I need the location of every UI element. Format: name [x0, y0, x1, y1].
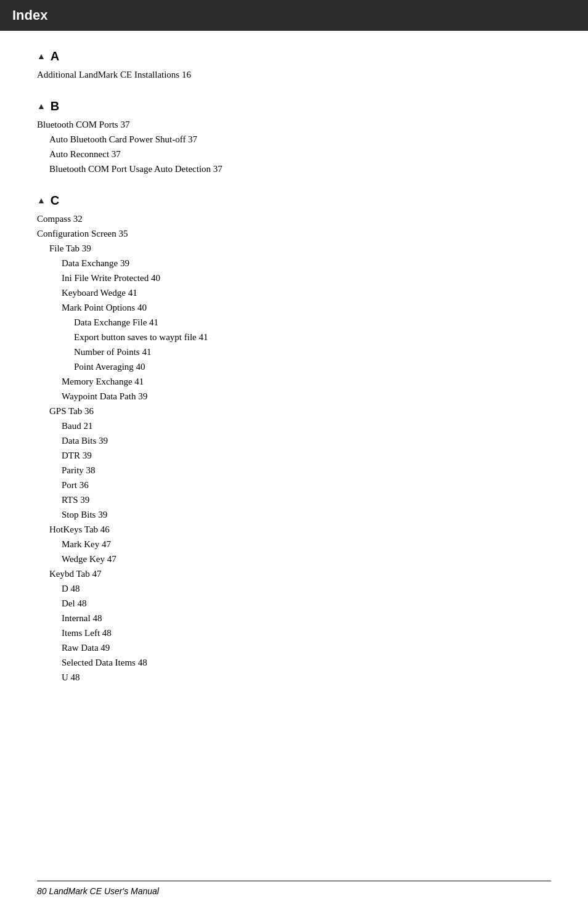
entry-line: Memory Exchange 41 — [37, 374, 551, 389]
entry-line: Bluetooth COM Ports 37 — [37, 117, 551, 132]
section-letter: C — [51, 194, 59, 208]
entry-line: Ini File Write Protected 40 — [37, 271, 551, 285]
entry-line: Data Exchange File 41 — [37, 315, 551, 330]
section-c: ▲CCompass 32Configuration Screen 35File … — [37, 194, 551, 685]
entry-line: D 48 — [37, 581, 551, 596]
triangle-icon: ▲ — [37, 52, 46, 62]
entry-line: Raw Data 49 — [37, 640, 551, 655]
entry-line: Data Exchange 39 — [37, 256, 551, 271]
entry-line: Items Left 48 — [37, 626, 551, 640]
entry-line: GPS Tab 36 — [37, 404, 551, 418]
entry-list: Additional LandMark CE Installations 16 — [37, 67, 551, 82]
section-heading-c: ▲C — [37, 194, 551, 208]
entry-line: Number of Points 41 — [37, 344, 551, 359]
entry-line: RTS 39 — [37, 492, 551, 507]
entry-line: HotKeys Tab 46 — [37, 522, 551, 537]
entry-line: Auto Bluetooth Card Power Shut-off 37 — [37, 132, 551, 147]
entry-line: Bluetooth COM Port Usage Auto Detection … — [37, 161, 551, 176]
page: Index ▲AAdditional LandMark CE Installat… — [0, 0, 588, 909]
footer: 80 LandMark CE User's Manual — [37, 881, 551, 897]
section-letter: B — [51, 99, 59, 113]
sections-container: ▲AAdditional LandMark CE Installations 1… — [37, 49, 551, 685]
entry-line: Configuration Screen 35 — [37, 226, 551, 241]
entry-line: Additional LandMark CE Installations 16 — [37, 67, 551, 82]
triangle-icon: ▲ — [37, 196, 46, 206]
entry-line: Mark Point Options 40 — [37, 300, 551, 315]
entry-line: Del 48 — [37, 596, 551, 611]
entry-line: Waypoint Data Path 39 — [37, 389, 551, 404]
section-b: ▲BBluetooth COM Ports 37Auto Bluetooth C… — [37, 99, 551, 176]
section-heading-a: ▲A — [37, 49, 551, 63]
entry-line: Port 36 — [37, 478, 551, 492]
entry-line: Keyboard Wedge 41 — [37, 285, 551, 300]
entry-line: Auto Reconnect 37 — [37, 147, 551, 161]
section-a: ▲AAdditional LandMark CE Installations 1… — [37, 49, 551, 82]
entry-line: Compass 32 — [37, 211, 551, 226]
entry-list: Bluetooth COM Ports 37Auto Bluetooth Car… — [37, 117, 551, 176]
entry-line: Internal 48 — [37, 611, 551, 626]
entry-line: Data Bits 39 — [37, 433, 551, 448]
entry-line: File Tab 39 — [37, 241, 551, 256]
entry-list: Compass 32Configuration Screen 35File Ta… — [37, 211, 551, 685]
entry-line: Baud 21 — [37, 418, 551, 433]
entry-line: Wedge Key 47 — [37, 552, 551, 566]
entry-line: U 48 — [37, 670, 551, 685]
section-heading-b: ▲B — [37, 99, 551, 113]
entry-line: Selected Data Items 48 — [37, 655, 551, 670]
entry-line: DTR 39 — [37, 448, 551, 463]
entry-line: Stop Bits 39 — [37, 507, 551, 522]
entry-line: Mark Key 47 — [37, 537, 551, 552]
section-letter: A — [51, 49, 59, 63]
entry-line: Point Averaging 40 — [37, 359, 551, 374]
header-bar: Index — [0, 0, 588, 31]
entry-line: Keybd Tab 47 — [37, 566, 551, 581]
entry-line: Parity 38 — [37, 463, 551, 478]
header-title: Index — [12, 7, 47, 23]
triangle-icon: ▲ — [37, 102, 46, 112]
footer-text: 80 LandMark CE User's Manual — [37, 886, 159, 896]
entry-line: Export button saves to waypt file 41 — [37, 330, 551, 344]
